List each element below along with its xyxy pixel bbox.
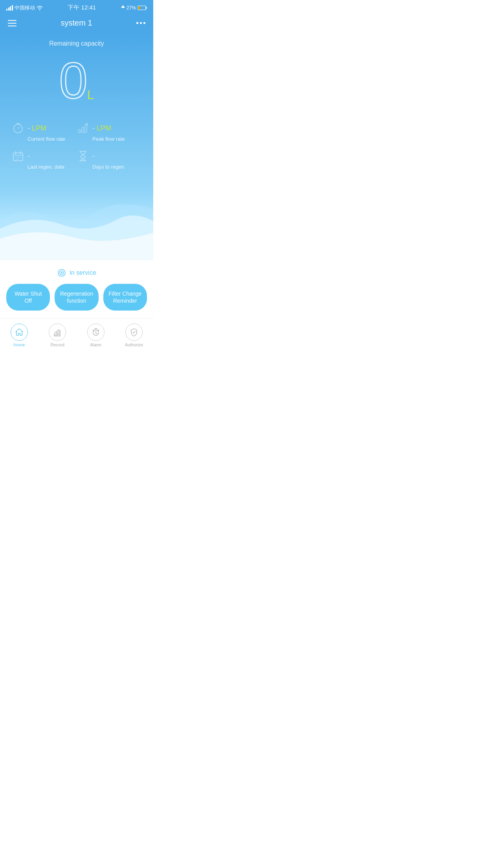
calendar-icon (12, 150, 24, 162)
current-flow-stat: - LPM Current flow rate (12, 118, 77, 146)
days-regen-label: Days to regen. (92, 164, 141, 170)
location-icon (121, 5, 125, 11)
svg-rect-8 (82, 127, 84, 132)
capacity-value: 0 (59, 55, 85, 106)
svg-point-20 (61, 272, 62, 274)
alarm-tab-icon-wrap (87, 324, 105, 341)
authorize-tab-label: Authorize (125, 342, 143, 347)
tab-record[interactable]: Record (39, 324, 77, 347)
regeneration-button[interactable]: Regeneration function (55, 284, 98, 311)
last-regen-stat: - Last regen. date (12, 146, 77, 174)
wifi-icon (37, 6, 43, 10)
svg-rect-2 (138, 6, 141, 9)
menu-button[interactable] (8, 20, 17, 26)
app-header: system 1 (0, 14, 153, 32)
authorize-tab-icon-wrap (125, 324, 143, 341)
record-icon (53, 328, 62, 337)
record-tab-icon-wrap (49, 324, 66, 341)
last-regen-value: - (28, 152, 30, 160)
wave-decoration (0, 182, 153, 260)
hourglass-icon (77, 150, 89, 162)
tab-authorize[interactable]: Authorize (115, 324, 154, 347)
service-status-icon (57, 268, 66, 278)
stats-grid: - LPM Current flow rate - LPM Peak flow … (0, 118, 153, 174)
tab-home[interactable]: Home (0, 324, 39, 347)
service-status: in service (0, 260, 153, 284)
peak-flow-stat: - LPM Peak flow rate (77, 118, 141, 146)
signal-icon (6, 5, 13, 11)
svg-rect-22 (57, 333, 58, 336)
svg-line-26 (96, 333, 97, 334)
svg-line-5 (18, 127, 20, 129)
filter-change-button[interactable]: Filter Change Reminder (103, 284, 147, 311)
days-regen-stat: - Days to regen. (77, 146, 141, 174)
status-right: 27% (121, 5, 147, 11)
service-text: in service (70, 269, 96, 276)
home-tab-icon-wrap (11, 324, 28, 341)
status-time: 下午 12:41 (68, 4, 96, 11)
alarm-tab-label: Alarm (90, 342, 101, 347)
more-button[interactable] (136, 22, 145, 24)
home-icon (15, 328, 24, 337)
main-area: Remaining capacity 0 L - LPM Current flo… (0, 32, 153, 260)
svg-rect-12 (13, 153, 23, 161)
carrier-text: 中国移动 (15, 4, 35, 11)
page-title: system 1 (61, 18, 92, 28)
peak-flow-value: - LPM (92, 124, 111, 132)
capacity-unit: L (87, 88, 94, 102)
battery-icon (138, 6, 147, 10)
action-buttons: Water Shut Off Regeneration function Fil… (0, 284, 153, 311)
svg-rect-7 (79, 130, 81, 132)
bottom-area: in service Water Shut Off Regeneration f… (0, 260, 153, 358)
remaining-capacity-label: Remaining capacity (0, 40, 153, 47)
alarm-icon (92, 328, 100, 337)
svg-rect-21 (54, 335, 55, 336)
capacity-display: 0 L (0, 55, 153, 106)
days-regen-value: - (92, 152, 95, 160)
tab-alarm[interactable]: Alarm (77, 324, 115, 347)
current-flow-label: Current flow rate (28, 136, 77, 142)
tab-bar: Home Record (0, 318, 153, 350)
svg-rect-23 (59, 331, 60, 336)
svg-rect-9 (85, 125, 87, 132)
water-shut-off-button[interactable]: Water Shut Off (6, 284, 50, 311)
record-tab-label: Record (51, 342, 64, 347)
last-regen-label: Last regen. date (28, 164, 77, 170)
battery-text: 27% (127, 5, 136, 11)
status-left: 中国移动 (6, 4, 43, 11)
timer-icon (12, 122, 24, 134)
status-bar: 中国移动 下午 12:41 27% (0, 0, 153, 14)
svg-rect-1 (146, 7, 147, 9)
home-tab-label: Home (13, 342, 25, 347)
peak-flow-label: Peak flow rate (92, 136, 141, 142)
authorize-icon (130, 328, 138, 337)
current-flow-value: - LPM (28, 124, 46, 132)
chart-icon (77, 122, 89, 134)
